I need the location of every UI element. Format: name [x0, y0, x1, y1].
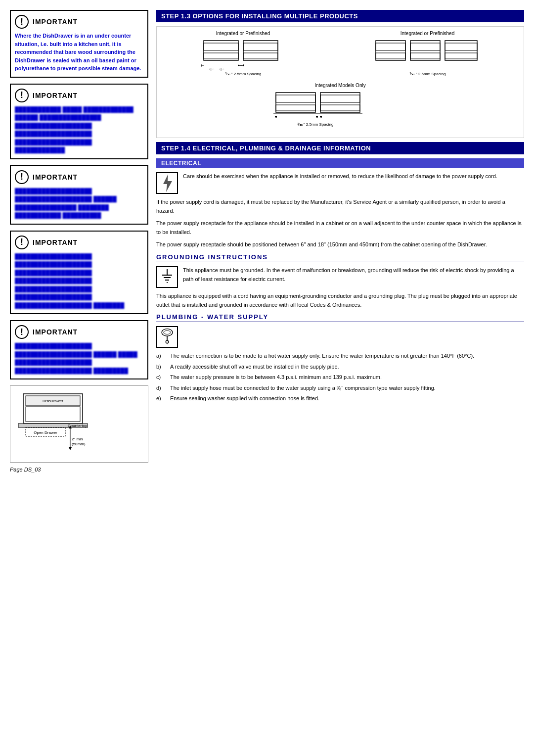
svg-point-58	[164, 331, 171, 334]
svg-text:DishDrawer: DishDrawer	[43, 399, 63, 403]
electrical-para-2: The power supply receptacle for the appl…	[156, 219, 524, 236]
svg-text:³⁄₃₂ " 2.5mm Spacing: ³⁄₃₂ " 2.5mm Spacing	[298, 122, 334, 127]
exclamation-icon-3: !	[15, 170, 29, 184]
important-box-1: ! IMPORTANT Where the DishDrawer is in a…	[10, 10, 148, 78]
important-box-4: ! IMPORTANT ████████████████████ ███████…	[10, 231, 148, 315]
grounding-header: GROUNDING INSTRUCTIONS	[156, 253, 524, 262]
svg-marker-26	[242, 64, 244, 66]
plumbing-item-e: e) Ensure sealing washer supplied with c…	[156, 394, 524, 403]
svg-rect-31	[410, 43, 440, 50]
plumbing-item-a: a) The water connection is to be made to…	[156, 352, 524, 360]
svg-rect-32	[410, 53, 440, 59]
important-header-1: ! IMPORTANT	[15, 15, 143, 29]
svg-rect-38	[276, 95, 315, 102]
svg-rect-34	[445, 43, 477, 50]
diagram-block-1: Integrated or Prefinished →|← →|←	[199, 31, 288, 78]
important-box-2: ! IMPORTANT ████████████ █████ █████████…	[10, 84, 148, 159]
svg-marker-51	[163, 174, 172, 192]
important-title-4: IMPORTANT	[33, 238, 78, 246]
plumbing-item-b: b) A readily accessible shut off valve m…	[156, 363, 524, 371]
svg-marker-25	[238, 64, 239, 66]
step-1-3-header: STEP 1.3 OPTIONS FOR INSTALLING MULTIPLE…	[156, 10, 524, 22]
plumbing-list: a) The water connection is to be made to…	[156, 352, 524, 403]
svg-rect-15	[204, 53, 238, 59]
svg-rect-29	[376, 53, 405, 59]
item-text-a: The water connection is to be made to a …	[170, 352, 474, 360]
svg-text:→|← →|←: →|← →|←	[206, 67, 225, 71]
electrical-icon-row: Care should be exercised when the applia…	[156, 172, 524, 194]
important-header-4: ! IMPORTANT	[15, 236, 143, 249]
page-container: ! IMPORTANT Where the DishDrawer is in a…	[10, 10, 524, 472]
svg-text:(50mm): (50mm)	[72, 442, 86, 446]
diagram-block-3: Integrated Models Only	[161, 83, 520, 130]
svg-rect-41	[320, 95, 360, 102]
countertop-diagram: DishDrawer Countertop Open Drawer 2" min…	[10, 385, 148, 463]
electrical-para-1: If the power supply cord is damaged, it …	[156, 198, 524, 215]
important-title-3: IMPORTANT	[33, 173, 78, 181]
diagrams-area: Integrated or Prefinished →|← →|←	[156, 26, 524, 138]
electrical-header: ELECTRICAL	[156, 158, 524, 168]
item-letter-c: c)	[156, 373, 166, 381]
countertop-svg: DishDrawer Countertop Open Drawer 2" min…	[13, 389, 122, 458]
important-box-3: ! IMPORTANT ████████████████████ ███████…	[10, 165, 148, 225]
important-text-1: Where the DishDrawer is in an under coun…	[15, 32, 143, 73]
svg-text:⬦: ⬦	[167, 342, 168, 345]
item-text-b: A readily accessible shut off valve must…	[170, 363, 339, 371]
item-letter-b: b)	[156, 363, 166, 371]
important-text-4: ████████████████████ ███████████████████…	[15, 252, 143, 310]
svg-rect-17	[243, 43, 278, 50]
important-text-3: ████████████████████ ███████████████████…	[15, 187, 143, 220]
important-title-5: IMPORTANT	[33, 328, 78, 336]
svg-text:2" min: 2" min	[72, 437, 83, 441]
water-supply-svg: ⬦	[157, 326, 177, 348]
important-box-5: ! IMPORTANT ████████████████████ ███████…	[10, 320, 148, 379]
electrical-icon-text: Care should be exercised when the applia…	[183, 172, 497, 181]
exclamation-icon-2: !	[15, 89, 29, 102]
svg-text:³⁄₃₂ " 2.5mm Spacing: ³⁄₃₂ " 2.5mm Spacing	[225, 72, 261, 76]
water-supply-icon: ⬦	[156, 326, 178, 348]
item-letter-e: e)	[156, 394, 166, 403]
diagrams-row-1: Integrated or Prefinished →|← →|←	[161, 31, 520, 78]
item-letter-a: a)	[156, 352, 166, 360]
diagram-label-3: Integrated Models Only	[314, 83, 365, 88]
svg-marker-10	[69, 447, 72, 450]
important-text-2: ████████████ █████ █████████████ ██████ …	[15, 105, 143, 154]
diagram-label-1: Integrated or Prefinished	[216, 31, 270, 36]
diagram-svg-3: ³⁄₃₂ " 2.5mm Spacing	[271, 90, 409, 130]
ground-svg	[159, 268, 175, 286]
item-text-c: The water supply pressure is to be betwe…	[170, 373, 382, 381]
plumbing-item-d: d) The inlet supply hose must be connect…	[156, 384, 524, 392]
svg-rect-14	[204, 43, 238, 50]
exclamation-icon-5: !	[15, 325, 29, 339]
diagram-block-2: Integrated or Prefinished ³⁄₃₂ " 2.5mm S…	[373, 31, 482, 78]
important-header-5: ! IMPORTANT	[15, 325, 143, 339]
plumbing-icon-row: ⬦	[156, 326, 524, 348]
grounding-icon-row: This appliance must be grounded. In the …	[156, 266, 524, 288]
plumbing-header: PLUMBING - WATER SUPPLY	[156, 313, 524, 322]
lightning-bolt-icon	[156, 172, 178, 194]
svg-rect-28	[376, 43, 405, 50]
svg-text:Open Drawer: Open Drawer	[34, 430, 57, 435]
right-column: STEP 1.3 OPTIONS FOR INSTALLING MULTIPLE…	[156, 10, 524, 472]
svg-rect-39	[276, 105, 315, 111]
svg-rect-35	[445, 53, 477, 59]
important-header-2: ! IMPORTANT	[15, 89, 143, 102]
page-number: Page DS_03	[10, 467, 148, 472]
item-text-e: Ensure sealing washer supplied with conn…	[170, 394, 319, 403]
left-column: ! IMPORTANT Where the DishDrawer is in a…	[10, 10, 148, 472]
lightning-svg	[161, 174, 173, 192]
step-1-4-header: STEP 1.4 ELECTRICAL, PLUMBING & DRAINAGE…	[156, 142, 524, 154]
electrical-para-3: The power supply receptacle should be po…	[156, 240, 524, 249]
ground-symbol-icon	[156, 266, 178, 288]
diagram-svg-1: →|← →|← ³⁄₃₂ " 2.5mm Spacing	[199, 38, 288, 78]
svg-text:³⁄₃₂ " 2.5mm Spacing: ³⁄₃₂ " 2.5mm Spacing	[409, 72, 445, 76]
exclamation-icon-1: !	[15, 15, 29, 29]
svg-rect-3	[26, 407, 80, 422]
important-text-5: ████████████████████ ███████████████████…	[15, 342, 143, 375]
important-title-2: IMPORTANT	[33, 92, 78, 99]
diagram-label-2: Integrated or Prefinished	[400, 31, 455, 36]
important-title-1: IMPORTANT	[33, 18, 78, 26]
svg-rect-42	[320, 105, 360, 111]
item-text-d: The inlet supply hose must be connected …	[170, 384, 436, 392]
grounding-icon-text: This appliance must be grounded. In the …	[183, 266, 524, 284]
